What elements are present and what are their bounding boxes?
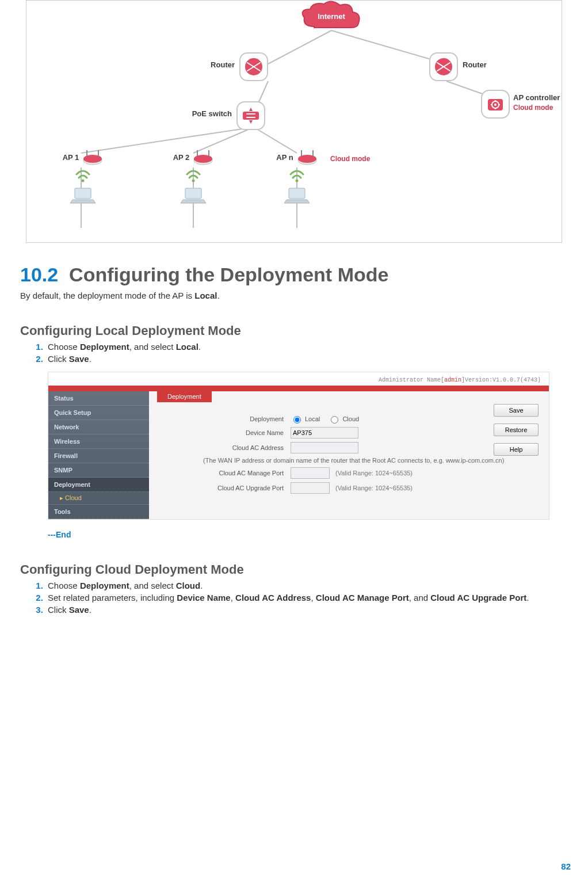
intro-paragraph: By default, the deployment mode of the A… [20,291,568,300]
section-title: Configuring the Deployment Mode [69,264,388,285]
local-step-1: Choose Deployment, and select Local. [45,342,568,352]
router-node-left: Router [239,52,268,81]
section-number: 10.2 [20,264,58,285]
apn-label: AP n [276,153,293,162]
svg-point-41 [194,155,212,163]
upgrade-port-input[interactable] [291,482,330,494]
row-deployment: Deployment Local Cloud [180,414,541,424]
ap1-label: AP 1 [63,153,79,162]
wifi-icon [186,170,201,182]
wifi-icon [75,170,90,182]
device-name-input[interactable] [291,427,358,439]
row-cloud-address: Cloud AC Address [180,442,541,453]
svg-point-29 [494,104,497,106]
local-mode-steps: Choose Deployment, and select Local. Cli… [33,342,568,364]
wifi-icon [289,170,304,182]
ui-main-panel: Deployment Save Restore Help Deployment … [149,391,549,519]
local-step-2: Click Save. [45,354,568,364]
cloud-step-2: Set related parameters, including Device… [45,593,568,603]
laptop-icon [70,187,96,204]
ui-topbar: Administrator Name[admin]Version:V1.0.0.… [48,372,549,386]
svg-rect-24 [243,112,259,120]
svg-line-0 [268,30,331,64]
ui-sidebar: Status Quick Setup Network Wireless Fire… [48,391,149,519]
cloud-mode-label: Cloud mode [513,104,553,112]
topology-lines [26,1,562,242]
laptop-icon [181,187,206,204]
svg-rect-39 [75,188,91,199]
cloud-address-input[interactable] [291,442,358,453]
upgrade-port-label: Cloud AC Upgrade Port [180,485,291,491]
manage-port-input[interactable] [291,467,330,479]
row-upgrade-port: Cloud AC Upgrade Port (Valid Range: 1024… [180,482,541,494]
internet-node: Internet [300,1,363,32]
svg-point-44 [192,180,195,182]
svg-point-38 [82,180,85,182]
svg-point-50 [296,180,299,182]
sidebar-item-firewall[interactable]: Firewall [48,449,149,463]
help-button[interactable]: Help [494,443,539,456]
poe-switch-label: PoE switch [192,109,232,118]
embedded-ui-screenshot: Administrator Name[admin]Version:V1.0.0.… [48,372,549,520]
sidebar-item-quick-setup[interactable]: Quick Setup [48,406,149,420]
cloud-mode-tag: Cloud mode [330,155,370,163]
ap-icon [193,149,213,165]
ap-icon [297,149,318,165]
ap1-node: AP 1 [54,149,112,204]
router-icon [429,52,458,81]
device-name-label: Device Name [180,429,291,436]
end-marker: ---End [48,530,568,539]
sidebar-subitem-cloud[interactable]: ▸ Cloud [48,492,149,505]
row-manage-port: Cloud AC Manage Port (Valid Range: 1024~… [180,467,541,479]
switch-icon [236,101,265,130]
router-node-right: Router [429,52,458,81]
router-label: Router [463,60,487,69]
ap2-label: AP 2 [173,153,190,162]
sidebar-item-wireless[interactable]: Wireless [48,434,149,449]
save-button[interactable]: Save [494,404,539,417]
sidebar-item-tools[interactable]: Tools [48,505,149,519]
restore-button[interactable]: Restore [494,424,539,436]
ap-controller-node: AP controller Cloud mode [481,90,510,119]
apn-node: AP n [268,149,326,204]
local-mode-heading: Configuring Local Deployment Mode [20,323,568,338]
ui-red-bar [48,386,549,391]
row-device-name: Device Name [180,427,541,439]
router-icon [239,52,268,81]
deployment-label: Deployment [180,415,291,422]
cloud-step-1: Choose Deployment, and select Cloud. [45,581,568,590]
svg-rect-45 [185,188,201,199]
radio-local[interactable] [293,416,301,424]
section-heading: 10.2 Configuring the Deployment Mode [20,264,568,286]
topology-figure: Internet Router Router PoE switch [26,0,562,243]
cloud-address-note: (The WAN IP address or domain name of th… [203,457,541,464]
sidebar-item-deployment[interactable]: Deployment [48,478,149,492]
manage-port-label: Cloud AC Manage Port [180,470,291,476]
deployment-tab[interactable]: Deployment [157,391,212,402]
laptop-icon [284,187,310,204]
sidebar-item-status[interactable]: Status [48,391,149,406]
radio-cloud[interactable] [331,416,338,424]
poe-switch-node: PoE switch [236,101,265,130]
ap-icon [82,149,103,165]
cloud-step-3: Click Save. [45,605,568,615]
ap-controller-icon [481,90,510,119]
cloud-mode-heading: Configuring Cloud Deployment Mode [20,562,568,577]
sidebar-item-snmp[interactable]: SNMP [48,463,149,478]
svg-point-35 [83,155,102,163]
ui-buttons: Save Restore Help [494,404,540,463]
cloud-address-label: Cloud AC Address [180,444,291,451]
cloud-mode-steps: Choose Deployment, and select Cloud. Set… [33,581,568,615]
cloud-icon: Internet [300,1,363,35]
page-number: 82 [561,861,571,871]
sidebar-item-network[interactable]: Network [48,420,149,434]
router-label: Router [211,60,235,69]
svg-text:Internet: Internet [318,12,345,21]
svg-point-47 [298,155,316,163]
ap2-node: AP 2 [165,149,222,204]
svg-rect-51 [289,188,305,199]
ap-controller-label: AP controller [513,93,560,102]
